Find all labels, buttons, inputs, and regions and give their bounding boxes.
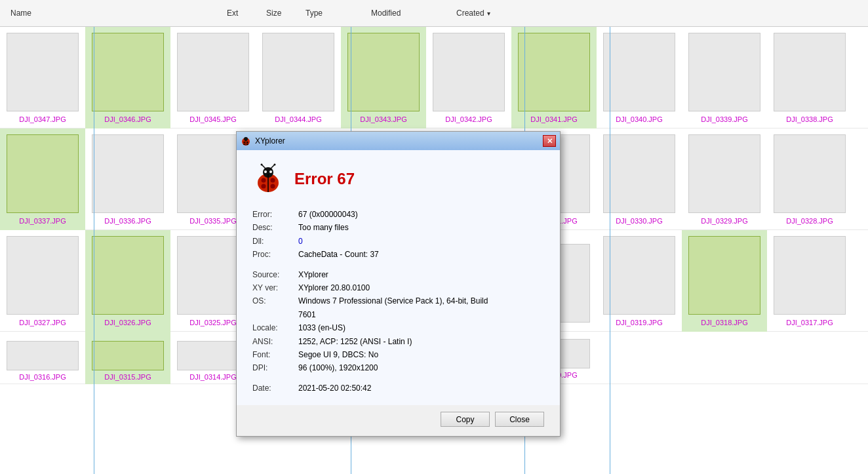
svg-point-19 — [269, 170, 272, 173]
proc-value: CacheData - Count: 37 — [298, 248, 544, 261]
dialog-footer: Copy Close — [237, 405, 560, 436]
os-label: OS: — [252, 294, 298, 321]
xyver-label: XY ver: — [252, 281, 298, 294]
dialog-body: Error 67 Error: 67 (0x00000043) Desc: To… — [237, 150, 560, 405]
dialog-close-button[interactable]: ✕ — [543, 135, 556, 147]
svg-point-6 — [247, 144, 248, 145]
dialog-title-left: XYplorer — [241, 136, 285, 146]
copy-button[interactable]: Copy — [441, 412, 490, 427]
dialog-title-text: XYplorer — [255, 136, 285, 146]
error-title: Error 67 — [294, 170, 355, 188]
date-label: Date: — [252, 382, 298, 395]
desc-label: Desc: — [252, 221, 298, 234]
source-label: Source: — [252, 268, 298, 281]
svg-point-17 — [274, 164, 276, 166]
locale-value: 1033 (en-US) — [298, 321, 544, 334]
svg-point-10 — [262, 178, 266, 183]
svg-point-11 — [271, 178, 275, 183]
locale-label: Locale: — [252, 321, 298, 334]
dll-label: Dll: — [252, 235, 298, 248]
close-button[interactable]: Close — [495, 412, 544, 427]
svg-point-16 — [261, 164, 263, 166]
svg-point-4 — [247, 142, 248, 143]
svg-point-13 — [271, 184, 275, 189]
dialog-details: Error: 67 (0x00000043) Desc: Too many fi… — [252, 208, 544, 395]
os-value: Windows 7 Professional (Service Pack 1),… — [298, 294, 544, 321]
error-label: Error: — [252, 208, 298, 221]
dpi-value: 96 (100%), 1920x1200 — [298, 361, 544, 374]
dialog-titlebar: XYplorer ✕ — [237, 132, 560, 150]
svg-point-5 — [243, 144, 245, 145]
font-label: Font: — [252, 348, 298, 361]
ansi-label: ANSI: — [252, 335, 298, 348]
desc-value: Too many files — [298, 221, 544, 234]
xyver-value: XYplorer 20.80.0100 — [298, 281, 544, 294]
proc-label: Proc: — [252, 248, 298, 261]
dll-value: 0 — [298, 235, 544, 248]
ladybug-icon — [252, 163, 284, 195]
svg-point-18 — [264, 170, 267, 173]
error-value: 67 (0x00000043) — [298, 208, 544, 221]
ansi-value: 1252, ACP: 1252 (ANSI - Latin I) — [298, 335, 544, 348]
source-value: XYplorer — [298, 268, 544, 281]
dialog-overlay: XYplorer ✕ — [0, 0, 868, 474]
file-browser: Name Ext Size Type Modified Created ▾ DJ… — [0, 0, 868, 474]
font-value: Segoe UI 9, DBCS: No — [298, 348, 544, 361]
dpi-label: DPI: — [252, 361, 298, 374]
svg-point-12 — [262, 184, 266, 189]
error-dialog: XYplorer ✕ — [236, 131, 561, 437]
date-value: 2021-05-20 02:50:42 — [298, 382, 544, 395]
dialog-header: Error 67 — [252, 163, 544, 195]
svg-point-3 — [243, 142, 245, 143]
dialog-title-icon — [241, 136, 251, 146]
